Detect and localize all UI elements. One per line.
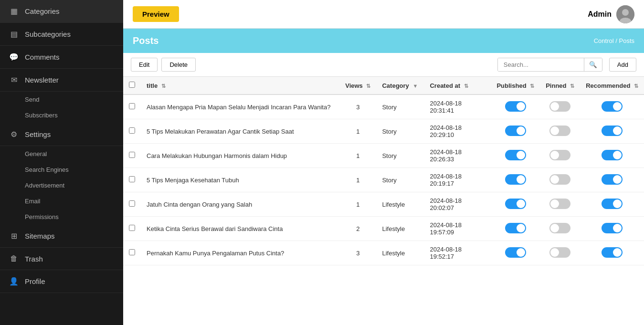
svg-point-1 — [622, 9, 629, 16]
comments-icon: 💬 — [9, 52, 19, 62]
header-published[interactable]: Published ⇅ — [491, 77, 540, 94]
published-toggle[interactable] — [505, 199, 526, 209]
table-row: Pernakah Kamu Punya Pengalaman Putus Cin… — [123, 241, 644, 265]
row-category: Lifestyle — [376, 241, 424, 265]
sidebar-item-general[interactable]: General — [0, 146, 123, 162]
sidebar-item-search-engines[interactable]: Search Engines — [0, 162, 123, 178]
sidebar-item-send[interactable]: Send — [0, 92, 123, 107]
sidebar-item-label: Send — [25, 96, 39, 103]
row-pinned — [540, 119, 580, 144]
recommended-toggle[interactable] — [602, 150, 623, 160]
row-pinned — [540, 241, 580, 265]
header-pinned[interactable]: Pinned ⇅ — [540, 77, 580, 94]
pinned-toggle[interactable] — [549, 101, 570, 112]
row-views: 2 — [339, 217, 376, 241]
published-toggle[interactable] — [505, 150, 526, 160]
sidebar-item-label: Subscribers — [25, 112, 58, 119]
row-checkbox[interactable] — [129, 127, 135, 134]
row-published — [491, 94, 540, 119]
pinned-toggle[interactable] — [549, 199, 570, 209]
published-toggle[interactable] — [505, 247, 526, 258]
recommended-toggle[interactable] — [602, 199, 623, 209]
published-toggle[interactable] — [505, 174, 526, 185]
pinned-toggle[interactable] — [549, 150, 570, 160]
row-checkbox-cell — [123, 94, 141, 119]
row-recommended — [580, 168, 644, 192]
row-pinned — [540, 217, 580, 241]
sidebar-item-permissions[interactable]: Permissions — [0, 209, 123, 225]
search-button[interactable]: 🔍 — [584, 58, 602, 71]
sidebar-item-categories[interactable]: ▦ Categories — [0, 0, 123, 23]
row-checkbox-cell — [123, 168, 141, 192]
published-toggle[interactable] — [505, 101, 526, 112]
sidebar-item-label: General — [25, 150, 47, 157]
sidebar-item-email[interactable]: Email — [0, 193, 123, 209]
row-title: 5 Tips Melakukan Perawatan Agar Cantik S… — [141, 119, 339, 144]
header-recommended[interactable]: Recommended ⇅ — [580, 77, 644, 94]
toolbar: Edit Delete 🔍 Add — [123, 53, 644, 77]
row-checkbox-cell — [123, 144, 141, 168]
sidebar-item-label: Subcategories — [25, 30, 71, 38]
row-category: Lifestyle — [376, 192, 424, 217]
row-created-at: 2024-08-18 20:19:17 — [424, 168, 491, 192]
recommended-toggle[interactable] — [602, 223, 623, 233]
recommended-toggle[interactable] — [602, 126, 623, 136]
row-checkbox[interactable] — [129, 103, 135, 109]
row-created-at: 2024-08-18 20:31:41 — [424, 94, 491, 119]
recommended-toggle[interactable] — [602, 101, 623, 112]
row-checkbox[interactable] — [129, 200, 135, 207]
page-title: Posts — [133, 35, 158, 46]
sidebar-item-trash[interactable]: 🗑 Trash — [0, 248, 123, 270]
row-checkbox[interactable] — [129, 176, 135, 182]
preview-button[interactable]: Preview — [133, 6, 179, 22]
table-row: Jatuh Cinta dengan Orang yang Salah1Life… — [123, 192, 644, 217]
recommended-toggle[interactable] — [602, 174, 623, 185]
table-row: Cara Melakukan Hubungan Harmonis dalam H… — [123, 144, 644, 168]
sidebar-item-comments[interactable]: 💬 Comments — [0, 46, 123, 69]
sidebar-item-sitemaps[interactable]: ⊞ Sitemaps — [0, 225, 123, 248]
row-views: 1 — [339, 168, 376, 192]
header-created-at[interactable]: Created at ⇅ — [424, 77, 491, 94]
pinned-toggle[interactable] — [549, 223, 570, 233]
settings-icon: ⚙ — [9, 130, 19, 139]
row-checkbox[interactable] — [129, 249, 135, 255]
table-body: Alasan Mengapa Pria Mapan Selalu Menjadi… — [123, 94, 644, 265]
recommended-toggle[interactable] — [602, 247, 623, 258]
sidebar-item-label: Categories — [25, 7, 60, 15]
sitemaps-icon: ⊞ — [9, 231, 19, 241]
sidebar-item-label: Comments — [25, 53, 60, 61]
published-toggle[interactable] — [505, 223, 526, 233]
row-checkbox[interactable] — [129, 152, 135, 158]
main-content: Preview Admin Posts Control / Posts Edit… — [123, 0, 644, 325]
row-published — [491, 168, 540, 192]
row-pinned — [540, 94, 580, 119]
sidebar-item-subcategories[interactable]: ▤ Subcategories — [0, 23, 123, 46]
sort-icon-views: ⇅ — [366, 83, 370, 89]
edit-button[interactable]: Edit — [131, 58, 158, 72]
header-category[interactable]: Category ▼ — [376, 77, 424, 94]
sort-icon-created: ⇅ — [464, 83, 468, 89]
select-all-checkbox[interactable] — [129, 82, 135, 88]
admin-label: Admin — [588, 10, 612, 19]
posts-table: title ⇅ Views ⇅ Category ▼ Created at ⇅ — [123, 77, 644, 265]
delete-button[interactable]: Delete — [161, 58, 196, 72]
sort-icon-category: ▼ — [412, 83, 418, 89]
sidebar-item-advertisement[interactable]: Advertisement — [0, 178, 123, 193]
published-toggle[interactable] — [505, 126, 526, 136]
row-category: Lifestyle — [376, 217, 424, 241]
sidebar-item-subscribers[interactable]: Subscribers — [0, 107, 123, 123]
row-views: 1 — [339, 144, 376, 168]
sidebar-item-newsletter[interactable]: ✉ Newsletter — [0, 69, 123, 92]
row-title: Pernakah Kamu Punya Pengalaman Putus Cin… — [141, 241, 339, 265]
pinned-toggle[interactable] — [549, 247, 570, 258]
row-checkbox[interactable] — [129, 225, 135, 231]
row-views: 1 — [339, 192, 376, 217]
search-input[interactable] — [498, 58, 584, 71]
header-title[interactable]: title ⇅ — [141, 77, 339, 94]
add-button[interactable]: Add — [609, 58, 636, 72]
pinned-toggle[interactable] — [549, 174, 570, 185]
sidebar-item-profile[interactable]: 👤 Profile — [0, 270, 123, 293]
pinned-toggle[interactable] — [549, 126, 570, 136]
header-views[interactable]: Views ⇅ — [339, 77, 376, 94]
sidebar-item-settings[interactable]: ⚙ Settings — [0, 123, 123, 146]
